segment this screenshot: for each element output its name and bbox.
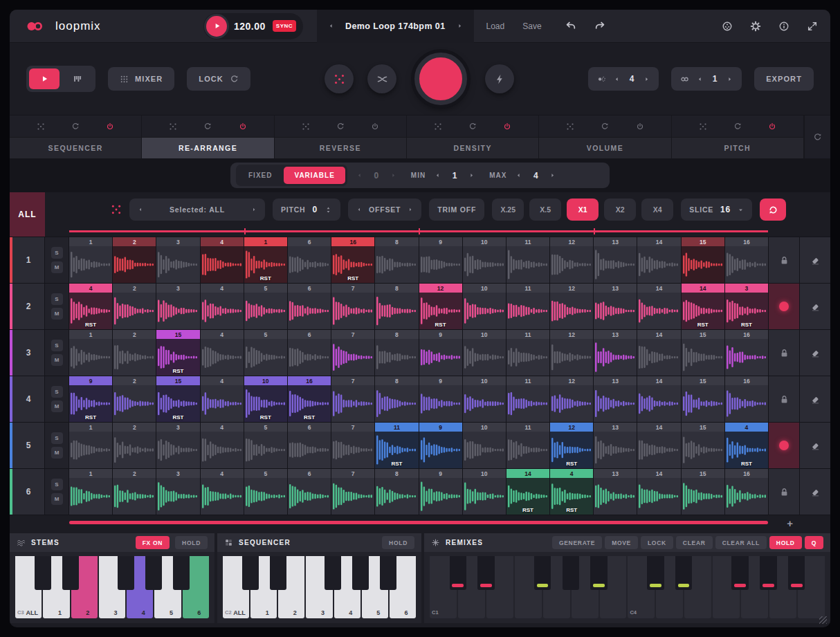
slice-r6-c8[interactable]: 8 <box>375 469 418 515</box>
redo-icon[interactable] <box>594 21 605 32</box>
track-clear-button-4[interactable] <box>800 376 830 422</box>
slice-r3-c16[interactable]: 16 <box>725 330 768 376</box>
lock-button[interactable]: LOCK <box>641 536 673 549</box>
selection-prev-icon[interactable] <box>138 207 143 212</box>
info-icon[interactable] <box>778 21 789 32</box>
stems-black-key[interactable] <box>118 556 134 590</box>
slice-r1-c6[interactable]: 6 <box>288 237 331 283</box>
slice-r5-c16[interactable]: 4RST <box>725 423 768 468</box>
remix-black-key[interactable] <box>675 556 692 590</box>
slice-r1-c4[interactable]: 4 <box>201 237 244 283</box>
remix-black-key[interactable] <box>563 556 579 590</box>
slice-r2-c15[interactable]: 14RST <box>682 284 724 329</box>
seq-black-key[interactable] <box>270 556 286 590</box>
seq-black-key[interactable] <box>380 556 396 590</box>
multiplier-x1-button[interactable]: X1 <box>567 199 599 221</box>
slice-r3-c12[interactable]: 12 <box>550 330 593 376</box>
slice-r5-c15[interactable]: 15 <box>682 423 724 468</box>
slice-r2-c11[interactable]: 11 <box>506 284 549 329</box>
mute-button-track-5[interactable]: M <box>51 447 63 459</box>
slice-r4-c12[interactable]: 12 <box>550 376 593 422</box>
slice-r1-c15[interactable]: 15 <box>682 237 724 283</box>
slice-r2-c10[interactable]: 10 <box>463 284 506 329</box>
fx-on-button[interactable]: FX ON <box>136 536 170 549</box>
slice-r2-c9[interactable]: 12RST <box>419 284 462 329</box>
undo-icon[interactable] <box>565 21 576 32</box>
slice-r4-c13[interactable]: 13 <box>594 376 637 422</box>
multiplier-x2-button[interactable]: X2 <box>604 199 636 221</box>
slice-r6-c7[interactable]: 7 <box>331 469 374 515</box>
mute-button-track-1[interactable]: M <box>51 261 63 273</box>
random-icon[interactable] <box>566 122 574 131</box>
slice-r4-c7[interactable]: 7 <box>331 376 374 422</box>
track-lock-button-1[interactable] <box>769 237 799 283</box>
slice-r6-c4[interactable]: 4 <box>201 469 244 515</box>
track-clear-button-6[interactable] <box>800 469 830 515</box>
lock-button[interactable]: LOCK <box>187 67 250 91</box>
track-clear-button-3[interactable] <box>800 330 830 376</box>
slice-r6-c9[interactable]: 9 <box>419 469 462 515</box>
preset-prev-icon[interactable] <box>328 23 334 29</box>
slice-r4-c14[interactable]: 14 <box>637 376 680 422</box>
slice-r4-c6[interactable]: 16RST <box>288 376 331 422</box>
slice-r6-c14[interactable]: 14 <box>637 469 680 515</box>
q-button[interactable]: Q <box>805 536 823 549</box>
slice-r3-c6[interactable]: 6 <box>288 330 331 376</box>
track-lock-button-3[interactable] <box>769 330 799 376</box>
slice-r1-c10[interactable]: 10 <box>463 237 506 283</box>
slice-r1-c3[interactable]: 3 <box>156 237 199 283</box>
count-prev-icon[interactable] <box>356 172 363 178</box>
reset-icon[interactable] <box>203 122 212 131</box>
slice-r1-c11[interactable]: 11 <box>506 237 549 283</box>
random-icon[interactable] <box>699 122 707 131</box>
solo-button-track-1[interactable]: S <box>51 247 63 259</box>
slice-r3-c2[interactable]: 2 <box>113 330 156 376</box>
reset-icon[interactable] <box>71 122 80 131</box>
multiplier-x-25-button[interactable]: X.25 <box>492 199 524 221</box>
slice-r1-c14[interactable]: 14 <box>637 237 680 283</box>
slice-r5-c10[interactable]: 10 <box>463 423 506 468</box>
stems-black-key[interactable] <box>35 556 51 590</box>
crossfade-button[interactable] <box>367 64 396 93</box>
slice-r2-c4[interactable]: 4 <box>201 284 244 329</box>
randomize-button[interactable] <box>325 64 354 93</box>
reset-icon[interactable] <box>336 122 345 131</box>
hold-button[interactable]: HOLD <box>769 536 802 549</box>
slice-r2-c1[interactable]: 4RST <box>69 284 112 329</box>
random-icon[interactable] <box>169 122 177 131</box>
stems-black-key[interactable] <box>145 556 162 590</box>
remix-black-key[interactable] <box>590 556 607 590</box>
tab-density[interactable]: DENSITY <box>407 137 538 158</box>
random-icon[interactable] <box>302 122 310 131</box>
selection-next-icon[interactable] <box>251 207 257 212</box>
trim-toggle-button[interactable]: TRIM OFF <box>429 199 484 221</box>
remix-black-key[interactable] <box>731 556 748 590</box>
slice-r3-c14[interactable]: 14 <box>637 330 680 376</box>
slice-r6-c11[interactable]: 14RST <box>506 469 549 515</box>
reset-all-icon[interactable] <box>813 133 822 142</box>
offset-prev-icon[interactable] <box>356 207 362 212</box>
slice-r1-c8[interactable]: 8 <box>375 237 418 283</box>
save-button[interactable]: Save <box>517 21 547 31</box>
fixed-button[interactable]: FIXED <box>238 167 282 184</box>
seq-black-key[interactable] <box>325 556 341 590</box>
slice-r3-c3[interactable]: 15RST <box>156 330 199 376</box>
mute-button-track-6[interactable]: M <box>51 493 63 505</box>
power-icon[interactable] <box>503 122 511 131</box>
slice-r6-c1[interactable]: 1 <box>69 469 112 515</box>
max-next-icon[interactable] <box>549 172 556 178</box>
slice-r6-c15[interactable]: 15 <box>682 469 724 515</box>
min-prev-icon[interactable] <box>435 172 441 178</box>
slice-r4-c11[interactable]: 11 <box>506 376 549 422</box>
resize-icon[interactable] <box>807 21 818 32</box>
keys-view-button[interactable] <box>62 68 93 89</box>
slice-r4-c16[interactable]: 16 <box>725 376 768 422</box>
slice-r3-c8[interactable]: 8 <box>375 330 418 376</box>
play-button[interactable] <box>206 16 227 37</box>
pattern-next-icon[interactable] <box>643 76 650 82</box>
power-icon[interactable] <box>371 122 379 131</box>
min-next-icon[interactable] <box>468 172 475 178</box>
slice-r1-c13[interactable]: 13 <box>594 237 637 283</box>
clear-all-button[interactable]: CLEAR ALL <box>715 536 767 549</box>
slice-r4-c5[interactable]: 10RST <box>244 376 287 422</box>
